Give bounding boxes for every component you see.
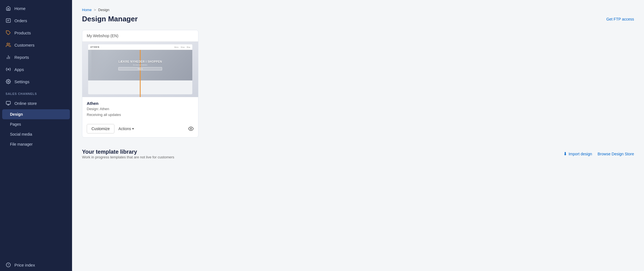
sidebar-item-orders[interactable]: Orders <box>0 14 72 27</box>
sidebar-item-online-store-label: Online store <box>14 101 37 106</box>
preview-hero-overlay <box>91 50 105 80</box>
preview-hero-text: LÆKRE NYHEDER I SHOPPEN <box>118 60 162 63</box>
theme-card-header: My Webshop (EN) <box>82 30 198 42</box>
import-design-label: Import design <box>569 152 592 156</box>
sidebar-sub-item-pages[interactable]: Pages <box>0 119 72 129</box>
template-library-header: Your template library Work in progress t… <box>82 149 634 159</box>
sidebar-sub-item-social-media[interactable]: Social media <box>0 129 72 139</box>
store-icon <box>6 100 11 106</box>
template-library-text: Your template library Work in progress t… <box>82 149 174 159</box>
apps-icon <box>6 67 11 72</box>
preview-nav: ATHEN MenuShopBlog <box>88 44 192 50</box>
theme-card: My Webshop (EN) ATHEN MenuShopBlog LÆKRE… <box>82 30 198 138</box>
theme-design-meta: Design: Athen <box>87 106 194 112</box>
template-library-subtitle: Work in progress templates that are not … <box>82 155 174 159</box>
breadcrumb-separator: > <box>94 8 96 12</box>
home-icon <box>6 6 11 11</box>
template-library-actions: ⬇ Import design Browse Design Store <box>563 151 634 156</box>
customize-button[interactable]: Customize <box>87 124 114 133</box>
customers-icon <box>6 42 11 48</box>
preview-hero-sub: Se vores nye kollektion <box>118 64 162 66</box>
sidebar-item-home[interactable]: Home <box>0 2 72 14</box>
sidebar-sub-item-file-manager-label: File manager <box>10 142 33 146</box>
browse-design-store-link[interactable]: Browse Design Store <box>597 152 634 156</box>
theme-actions: Customize Actions ▾ <box>82 121 198 137</box>
settings-icon <box>6 79 11 84</box>
sidebar-sub-item-design[interactable]: Design <box>2 109 70 119</box>
sidebar-item-customers[interactable]: Customers <box>0 39 72 51</box>
sidebar: Home Orders Products Customers Reports A… <box>0 0 72 271</box>
sales-channels-label: SALES CHANNELS <box>0 88 72 97</box>
sidebar-item-products[interactable]: Products <box>0 27 72 39</box>
theme-info: Athen Design: Athen Receiving all update… <box>82 97 198 121</box>
reports-icon <box>6 54 11 60</box>
page-title: Design Manager <box>82 15 138 23</box>
actions-chevron-icon: ▾ <box>132 127 134 131</box>
breadcrumb: Home > Design <box>82 8 634 12</box>
svg-point-4 <box>7 43 9 45</box>
theme-updates-meta: Receiving all updates <box>87 112 194 118</box>
tag-icon <box>6 30 11 36</box>
sidebar-sub-item-social-media-label: Social media <box>10 132 32 136</box>
breadcrumb-home-link[interactable]: Home <box>82 8 92 12</box>
sidebar-item-reports-label: Reports <box>14 55 29 60</box>
theme-preview: ATHEN MenuShopBlog LÆKRE NYHEDER I SHOPP… <box>82 42 198 97</box>
sidebar-item-apps[interactable]: Apps <box>0 63 72 75</box>
annotation-arrow <box>135 50 146 97</box>
ftp-access-link[interactable]: Get FTP access <box>606 17 634 21</box>
import-icon: ⬇ <box>563 151 567 156</box>
sidebar-item-online-store[interactable]: Online store <box>0 97 72 109</box>
preview-eye-button[interactable] <box>188 126 194 131</box>
sidebar-item-settings[interactable]: Settings <box>0 75 72 88</box>
svg-point-18 <box>190 128 192 129</box>
sidebar-item-apps-label: Apps <box>14 67 24 72</box>
sidebar-sub-item-file-manager[interactable]: File manager <box>0 139 72 149</box>
main-content: Home > Design Design Manager Get FTP acc… <box>72 0 644 271</box>
sidebar-item-reports[interactable]: Reports <box>0 51 72 63</box>
sidebar-item-settings-label: Settings <box>14 79 29 84</box>
sidebar-item-orders-label: Orders <box>14 18 27 23</box>
breadcrumb-current: Design <box>98 8 109 12</box>
template-library-title: Your template library <box>82 149 174 155</box>
actions-button[interactable]: Actions ▾ <box>117 124 135 133</box>
import-design-link[interactable]: ⬇ Import design <box>563 151 592 156</box>
sidebar-item-price-index-label: Price index <box>14 263 35 267</box>
template-library: Your template library Work in progress t… <box>82 149 634 161</box>
preview-nav-links: MenuShopBlog <box>174 46 190 48</box>
svg-rect-10 <box>6 101 11 104</box>
sidebar-item-customers-label: Customers <box>14 43 35 47</box>
orders-icon <box>6 18 11 23</box>
sidebar-item-products-label: Products <box>14 31 31 35</box>
preview-hero-btn: Shop nu <box>118 67 162 70</box>
eye-icon <box>188 126 194 131</box>
svg-rect-0 <box>6 19 11 22</box>
actions-label: Actions <box>118 126 131 131</box>
theme-name: Athen <box>87 101 194 106</box>
preview-nav-logo: ATHEN <box>90 46 99 48</box>
svg-point-8 <box>8 69 9 70</box>
price-index-icon <box>6 262 11 268</box>
page-header: Design Manager Get FTP access <box>82 15 634 23</box>
sidebar-item-price-index[interactable]: Price index <box>0 259 72 271</box>
svg-point-9 <box>8 81 9 82</box>
sidebar-item-home-label: Home <box>14 6 25 11</box>
sidebar-sub-item-pages-label: Pages <box>10 122 21 126</box>
sidebar-sub-item-design-label: Design <box>10 112 23 116</box>
